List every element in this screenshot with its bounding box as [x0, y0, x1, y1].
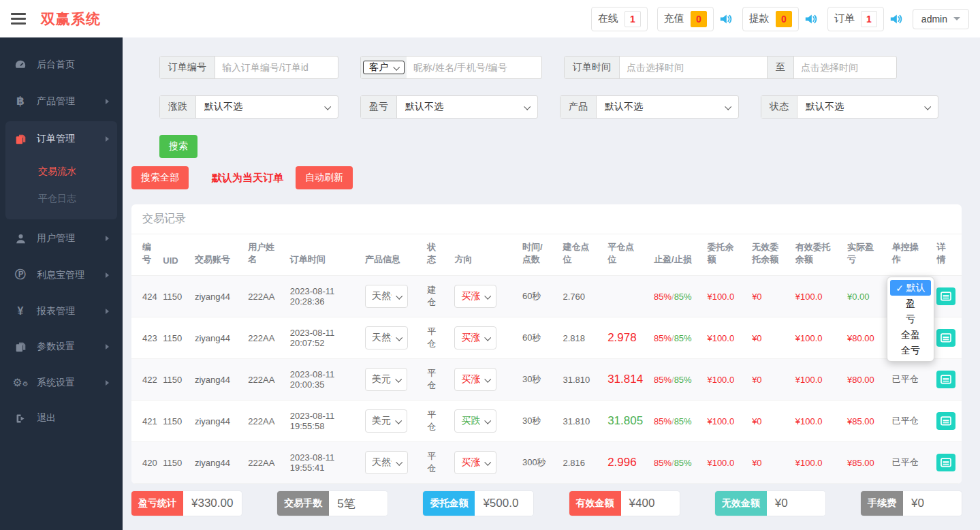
search-button[interactable]: 搜索 — [159, 135, 197, 158]
sidebar-item-dashboard[interactable]: 后台首页 — [0, 47, 123, 82]
filter-status: 状态 默认不选 — [761, 95, 938, 119]
sidebar-item-logout[interactable]: 退出 — [0, 401, 123, 436]
cell-uid-value: 1150 — [163, 333, 182, 343]
customer-type-select[interactable]: 客户 — [363, 61, 405, 74]
sidebar-item-params[interactable]: 参数设置 — [0, 329, 123, 364]
sidebar-item-products[interactable]: ฿产品管理 — [0, 82, 123, 120]
direction-row-select[interactable]: 买涨 — [454, 451, 496, 474]
direction-row-select[interactable]: 买涨 — [454, 326, 496, 349]
detail-button[interactable] — [936, 287, 955, 305]
cell-open-point: 2.816 — [558, 442, 603, 484]
sidebar-item-users[interactable]: 用户管理 — [0, 221, 123, 256]
cell-valid-entrust-value: ¥100.0 — [795, 458, 823, 468]
cell-duration: 60秒 — [518, 317, 558, 359]
sidebar-item-system[interactable]: ⚙⚙系统设置 — [0, 364, 123, 401]
chevron-right-icon — [106, 344, 109, 349]
chevron-right-icon — [106, 309, 109, 314]
customer-search-input[interactable] — [407, 57, 541, 78]
order-no-input[interactable] — [215, 57, 338, 78]
cell-uid-value: 1150 — [163, 458, 182, 468]
cell-actual-profit: ¥0.00 — [843, 276, 888, 317]
sidebar-item-reports[interactable]: ¥报表管理 — [0, 294, 123, 329]
cell-id: 420 — [131, 442, 159, 484]
cell-status: 平 仓 — [423, 401, 450, 442]
cell-status-value: 建 仓 — [427, 285, 436, 307]
cell-name: 222AA — [244, 442, 285, 484]
column-header: UID — [159, 234, 191, 276]
counter-充值[interactable]: 充值0 — [657, 7, 714, 31]
cell-uid: 1150 — [159, 401, 191, 442]
cell-name-value: 222AA — [248, 333, 274, 343]
detail-button[interactable] — [936, 412, 955, 430]
chevron-down-icon — [393, 63, 400, 70]
speaker-icon[interactable] — [719, 13, 733, 25]
cell-open-point-value: 2.760 — [563, 292, 585, 302]
column-header: 时间/ 点数 — [518, 234, 558, 276]
user-menu[interactable]: admin — [913, 9, 969, 29]
profit-loss-value: 默认不选 — [405, 101, 443, 113]
product-row-select[interactable]: 天然气 — [365, 326, 408, 349]
direction-row-select[interactable]: 买涨 — [454, 368, 496, 391]
filter-profit-loss: 盈亏 默认不选 — [360, 95, 538, 119]
product-select[interactable]: 默认不选 — [597, 96, 738, 118]
status-value: 默认不选 — [806, 101, 844, 113]
cell-product: 天然气 — [361, 276, 423, 317]
search-all-button[interactable]: 搜索全部 — [131, 166, 189, 189]
cell-id-value: 421 — [142, 416, 157, 426]
cell-detail — [932, 442, 962, 484]
cell-close-point-value: 2.978 — [607, 331, 637, 344]
summary-label: 手续费 — [861, 491, 903, 516]
product-row-select[interactable]: 天然气 — [365, 451, 408, 474]
cell-account: ziyang44 — [191, 442, 244, 484]
product-row-select[interactable]: 美元 — [365, 368, 407, 391]
profit-loss-select[interactable]: 默认不选 — [397, 96, 537, 118]
counter-label: 提款 — [749, 12, 770, 25]
speaker-icon[interactable] — [889, 13, 903, 25]
customer-select-wrap: 客户 — [361, 57, 407, 78]
speaker-icon[interactable] — [804, 13, 818, 25]
detail-button[interactable] — [936, 329, 955, 347]
chevron-right-icon — [106, 272, 109, 278]
counter-在线[interactable]: 在线1 — [591, 7, 648, 31]
sidebar-subitem-close-log[interactable]: 平仓日志 — [5, 185, 117, 213]
menu-toggle-icon[interactable] — [11, 13, 26, 25]
cell-invalid-entrust: ¥0 — [748, 401, 791, 442]
cell-account-value: ziyang44 — [195, 333, 230, 343]
chevron-right-icon — [106, 136, 109, 142]
control-option-盈[interactable]: 盈 — [890, 296, 931, 311]
control-option-亏[interactable]: 亏 — [890, 311, 931, 327]
time-from-input[interactable] — [620, 57, 767, 78]
control-option-全盈[interactable]: 全盈 — [890, 327, 931, 343]
sidebar-subitem-trade-flow[interactable]: 交易流水 — [5, 158, 117, 185]
counter-提款[interactable]: 提款0 — [742, 7, 799, 31]
cell-tp-sl: 85%/85% — [650, 276, 703, 317]
cell-account-value: ziyang44 — [195, 458, 230, 468]
cell-status-value: 平 仓 — [427, 368, 436, 390]
sidebar-item-orders[interactable]: 订单管理 — [5, 121, 117, 157]
product-row-select[interactable]: 天然气 — [365, 285, 408, 308]
cell-duration-value: 60秒 — [522, 332, 541, 343]
direction-row-select[interactable]: 买跌 — [454, 409, 496, 433]
counter-订单[interactable]: 订单1 — [827, 7, 884, 31]
cell-tp-sl: 85%/85% — [650, 401, 703, 442]
cell-control: 已平仓 — [888, 442, 933, 484]
status-select[interactable]: 默认不选 — [797, 96, 938, 118]
product-row-select[interactable]: 美元 — [365, 409, 407, 433]
auto-refresh-button[interactable]: 自动刷新 — [296, 166, 353, 189]
rise-fall-select[interactable]: 默认不选 — [196, 96, 338, 118]
product-row-value: 美元 — [372, 415, 391, 427]
time-to-input[interactable] — [794, 57, 896, 78]
sidebar-item-interest[interactable]: Ⓟ利息宝管理 — [0, 256, 123, 294]
cell-valid-entrust-value: ¥100.0 — [795, 416, 823, 426]
detail-button[interactable] — [936, 454, 955, 471]
cell-entrust-balance-value: ¥100.0 — [707, 292, 734, 302]
control-option-全亏[interactable]: 全亏 — [890, 343, 931, 358]
cell-status-value: 平 仓 — [427, 326, 436, 349]
cell-invalid-entrust-value: ¥0 — [752, 416, 761, 426]
product-row-value: 天然气 — [372, 290, 392, 302]
cell-id: 422 — [131, 359, 159, 401]
direction-row-select[interactable]: 买涨 — [454, 285, 496, 308]
detail-button[interactable] — [936, 371, 955, 388]
control-option-默认[interactable]: ✓默认 — [890, 280, 931, 296]
table-row-420: 4201150ziyang44222AA2023-08-11 19:55:41天… — [131, 442, 962, 484]
